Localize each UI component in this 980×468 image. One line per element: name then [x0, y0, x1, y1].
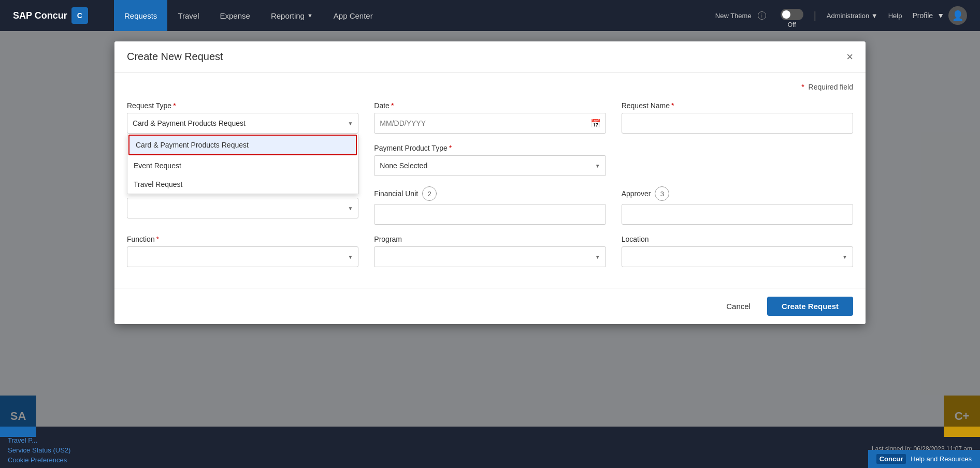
- required-asterisk: *: [801, 83, 804, 91]
- location-arrow: ▼: [842, 254, 847, 260]
- function-label: Function*: [127, 235, 358, 243]
- cancel-button[interactable]: Cancel: [716, 297, 761, 316]
- request-type-arrow: ▼: [348, 121, 353, 126]
- profile-menu[interactable]: Profile ▼ 👤: [912, 6, 967, 25]
- modal-body: * Required field Request Type* Card & Pa…: [114, 72, 866, 288]
- calendar-icon[interactable]: 📅: [590, 119, 601, 128]
- nav-item-requests[interactable]: Requests: [114, 0, 167, 31]
- create-request-button[interactable]: Create Request: [767, 297, 853, 316]
- payment-type-arrow: ▼: [595, 163, 600, 169]
- payment-product-type-group: Payment Product Type* None Selected ▼: [374, 144, 606, 176]
- create-request-modal: Create New Request × * Required field Re…: [114, 41, 866, 324]
- new-theme-area: New Theme i: [715, 11, 770, 20]
- help-resources-label: Help and Resources: [911, 455, 972, 463]
- request-type-select[interactable]: Card & Payment Products Request ▼: [127, 113, 358, 134]
- required-note: * Required field: [127, 83, 853, 91]
- user-avatar: 👤: [948, 6, 967, 25]
- function-wrapper: ▼: [127, 246, 358, 267]
- service-status-link[interactable]: Service Status (US2): [8, 446, 972, 454]
- bottom-bar: Travel P... Service Status (US2) Cookie …: [0, 427, 980, 468]
- concur-logo-small: Concur: [876, 454, 906, 464]
- dropdown-item-travel[interactable]: Travel Request: [127, 175, 358, 194]
- cookie-preferences-link[interactable]: Cookie Preferences: [8, 456, 972, 464]
- financial-unit-badge: 2: [422, 186, 437, 201]
- request-type-dropdown: Card & Payment Products Request Event Re…: [127, 134, 358, 194]
- program-wrapper: ▼: [374, 246, 606, 267]
- financial-unit-input[interactable]: [374, 204, 606, 225]
- dropdown-item-event[interactable]: Event Request: [127, 156, 358, 175]
- location-select[interactable]: ▼: [622, 246, 853, 267]
- location-wrapper: ▼: [622, 246, 853, 267]
- request-name-input[interactable]: [622, 113, 853, 134]
- location-group: Location ▼: [622, 235, 853, 267]
- modal-footer: Cancel Create Request: [114, 288, 866, 324]
- new-theme-toggle[interactable]: [781, 9, 803, 20]
- program-arrow: ▼: [595, 254, 600, 260]
- approver-badge: 3: [655, 186, 669, 201]
- administration-menu[interactable]: Administration ▼: [827, 12, 878, 20]
- approver-label: Approver 3: [622, 186, 853, 201]
- nav-divider: |: [814, 10, 816, 22]
- nav-item-reporting[interactable]: Reporting ▼: [261, 0, 323, 31]
- logo-icon: C: [71, 7, 88, 24]
- payment-product-type-wrapper: None Selected ▼: [374, 155, 606, 176]
- nav-items: Requests Travel Expense Reporting ▼ App …: [114, 0, 715, 31]
- approver-group: Approver 3: [622, 186, 853, 225]
- fund-select[interactable]: ▼: [127, 198, 358, 218]
- function-select[interactable]: ▼: [127, 246, 358, 267]
- payment-product-type-select[interactable]: None Selected ▼: [374, 155, 606, 176]
- request-type-wrapper: Card & Payment Products Request ▼ Card &…: [127, 113, 358, 134]
- date-input[interactable]: [374, 113, 606, 134]
- navbar: SAP Concur C Requests Travel Expense Rep…: [0, 0, 980, 31]
- approver-input[interactable]: [622, 204, 853, 225]
- modal-backdrop: Create New Request × * Required field Re…: [0, 31, 980, 427]
- modal-header: Create New Request ×: [114, 41, 866, 72]
- new-theme-label: New Theme: [715, 12, 752, 20]
- logo-area[interactable]: SAP Concur C: [5, 7, 114, 24]
- payment-product-type-label: Payment Product Type*: [374, 144, 606, 152]
- nav-right: New Theme i Off | Administration ▼ Help …: [715, 3, 975, 28]
- date-label: Date*: [374, 101, 606, 110]
- nav-item-expense[interactable]: Expense: [210, 0, 261, 31]
- request-type-group: Request Type* Card & Payment Products Re…: [127, 101, 358, 134]
- financial-unit-group: Financial Unit 2: [374, 186, 606, 225]
- concur-help-button[interactable]: Concur Help and Resources: [868, 450, 980, 468]
- modal-title: Create New Request: [127, 51, 223, 63]
- financial-unit-label: Financial Unit 2: [374, 186, 606, 201]
- fund-wrapper: ▼: [127, 198, 358, 218]
- info-icon[interactable]: i: [758, 11, 766, 20]
- dropdown-item-card[interactable]: Card & Payment Products Request: [128, 135, 357, 155]
- program-label: Program: [374, 235, 606, 243]
- modal-close-button[interactable]: ×: [846, 51, 853, 63]
- toggle-off-label: Off: [788, 21, 796, 28]
- function-group: Function* ▼: [127, 235, 358, 267]
- reporting-dropdown-arrow: ▼: [307, 12, 313, 19]
- fund-arrow: ▼: [348, 206, 353, 211]
- program-group: Program ▼: [374, 235, 606, 267]
- help-link[interactable]: Help: [888, 12, 902, 20]
- function-arrow: ▼: [348, 254, 353, 260]
- date-group: Date* 📅: [374, 101, 606, 134]
- program-select[interactable]: ▼: [374, 246, 606, 267]
- form-row-1: Request Type* Card & Payment Products Re…: [127, 101, 853, 134]
- request-type-label: Request Type*: [127, 101, 358, 110]
- travel-link[interactable]: Travel P...: [8, 436, 972, 444]
- request-name-label: Request Name*: [622, 101, 853, 110]
- request-name-group: Request Name*: [622, 101, 853, 134]
- location-label: Location: [622, 235, 853, 243]
- nav-item-appcenter[interactable]: App Center: [323, 0, 383, 31]
- nav-item-travel[interactable]: Travel: [167, 0, 209, 31]
- date-input-wrapper: 📅: [374, 113, 606, 134]
- form-row-3: Function* ▼ Program ▼: [127, 235, 853, 267]
- app-name: SAP Concur: [13, 10, 67, 21]
